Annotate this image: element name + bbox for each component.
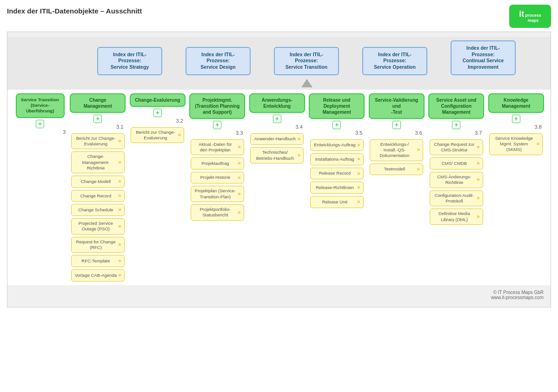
- proc-col-31: Change Management + 3.1 Bericht zur Chan…: [68, 93, 128, 281]
- diagram-area: Index der ITIL-Prozesse:Service Strategy…: [7, 32, 551, 307]
- proc-number-38: 3.8: [534, 124, 541, 130]
- list-item[interactable]: Projektauftrag»: [191, 157, 244, 170]
- page-title: Index der ITIL-Datenobjekte – Ausschnitt: [7, 7, 142, 15]
- items-34: Anwender-Handbuch» Technisches/Betriebs-…: [249, 133, 306, 163]
- plus-btn-37[interactable]: +: [452, 121, 460, 129]
- plus-btn-34[interactable]: +: [273, 115, 281, 123]
- list-item[interactable]: Projektportfolio-Statusbericht»: [191, 204, 244, 221]
- footer-line2: www.it-processmaps.com: [491, 295, 544, 300]
- list-item[interactable]: RFC-Template»: [71, 255, 125, 267]
- list-item[interactable]: Change Record»: [71, 190, 125, 202]
- green-box-33[interactable]: Projektmgmt.(Transition Planningand Supp…: [189, 93, 245, 119]
- list-item[interactable]: Change-Modell»: [71, 176, 125, 188]
- blue-box-sd: Index der ITIL-Prozesse:Service Design: [186, 47, 251, 75]
- list-item[interactable]: Request for Change(RFC)»: [71, 237, 125, 253]
- header-row: Index der ITIL-Prozesse:Service Strategy…: [12, 40, 546, 75]
- green-box-36[interactable]: Service-Validierung und-Test: [369, 93, 425, 119]
- blue-box-ss: Index der ITIL-Prozesse:Service Strategy: [97, 47, 162, 75]
- header-col-sd: Index der ITIL-Prozesse:Service Design: [174, 47, 262, 75]
- list-item[interactable]: Bericht zur Change-Evaluierung»: [71, 133, 125, 150]
- proc-number-36: 3.6: [415, 130, 422, 136]
- green-box-35[interactable]: Release undDeploymentManagement: [309, 93, 365, 119]
- list-item[interactable]: Testmodell»: [370, 163, 423, 176]
- proc-col-32: Change-Evaluierung + 3.2 Bericht zur Cha…: [128, 93, 188, 281]
- green-box-37[interactable]: Service Asset undConfigurationManagement: [428, 93, 484, 119]
- list-item[interactable]: Service KnowledgeMgmt. System(SKMS)»: [489, 133, 543, 155]
- proc-number-31: 3.1: [116, 124, 123, 130]
- proc-col-36: Service-Validierung und-Test + 3.6 Entwi…: [367, 93, 427, 281]
- list-item[interactable]: Installations-Auftrag»: [310, 153, 364, 165]
- list-item[interactable]: Configuration-Audit-Protokoll»: [430, 190, 483, 207]
- list-item[interactable]: Release Record»: [310, 168, 364, 180]
- list-item[interactable]: Vorlage CAB-Agenda»: [71, 269, 125, 281]
- proc-number-34: 3.4: [295, 124, 302, 130]
- list-item[interactable]: Release-Richtlinien»: [310, 182, 364, 194]
- header-col-so: Index der ITIL-Prozesse:Service Operatio…: [351, 47, 439, 75]
- header-col-ss: Index der ITIL-Prozesse:Service Strategy: [86, 47, 174, 75]
- green-box-34[interactable]: Anwendungs-Entwicklung: [249, 93, 305, 113]
- blue-box-st: Index der ITIL-Prozesse:Service Transiti…: [274, 47, 339, 75]
- proc-col-34: Anwendungs-Entwicklung + 3.4 Anwender-Ha…: [247, 93, 307, 281]
- proc-col-33: Projektmgmt.(Transition Planningand Supp…: [187, 93, 247, 281]
- blue-box-csi: Index der ITIL-Prozesse:Continual Servic…: [451, 40, 516, 75]
- list-item[interactable]: Projekt-Historie»: [191, 172, 244, 184]
- header-col-csi: Index der ITIL-Prozesse:Continual Servic…: [439, 40, 527, 75]
- list-item[interactable]: Entwicklungs-Auftrag»: [310, 139, 364, 151]
- plus-btn-33[interactable]: +: [213, 121, 221, 129]
- footer: © IT Process Maps GbR www.it-processmaps…: [7, 285, 551, 302]
- sidebar-process-col: Service Transition(Service-Überführung) …: [12, 93, 68, 281]
- plus-btn-35[interactable]: +: [332, 121, 341, 129]
- proc-col-37: Service Asset undConfigurationManagement…: [426, 93, 486, 281]
- list-item[interactable]: Bericht zur Change-Evaluierung»: [131, 127, 184, 144]
- items-35: Entwicklungs-Auftrag» Installations-Auft…: [309, 139, 365, 208]
- plus-btn-31[interactable]: +: [93, 115, 102, 123]
- proc-col-35: Release undDeploymentManagement + 3.5 En…: [307, 93, 367, 281]
- items-37: Change Request zurCMS-Struktur» CMS/ CMD…: [428, 139, 485, 225]
- list-item[interactable]: Technisches/Betriebs-Handbuch»: [250, 147, 304, 163]
- list-item[interactable]: Anwender-Handbuch»: [250, 133, 304, 145]
- green-box-32[interactable]: Change-Evaluierung: [130, 93, 186, 107]
- list-item[interactable]: CMS/ CMDB»: [430, 157, 483, 170]
- sidebar-number: 3: [63, 129, 66, 135]
- green-box-31[interactable]: Change Management: [70, 93, 126, 113]
- items-31: Bericht zur Change-Evaluierung» Change-M…: [70, 133, 126, 281]
- sidebar-process-box[interactable]: Service Transition(Service-Überführung): [16, 93, 65, 118]
- triangle-row: [40, 79, 558, 87]
- header-col-st: Index der ITIL-Prozesse:Service Transiti…: [262, 47, 351, 75]
- header-area: Index der ITIL-Prozesse:Service Strategy…: [7, 37, 551, 90]
- footer-line1: © IT Process Maps GbR: [493, 290, 544, 295]
- list-item[interactable]: Change Request zurCMS-Struktur»: [430, 139, 483, 156]
- page: Index der ITIL-Datenobjekte – Ausschnitt…: [0, 0, 558, 392]
- logo-lines: processmaps: [525, 13, 541, 23]
- proc-number-33: 3.3: [236, 130, 243, 136]
- proc-col-38: KnowledgeManagement + 3.8 Service Knowle…: [486, 93, 546, 281]
- triangle-icon: [301, 79, 312, 87]
- plus-btn-36[interactable]: +: [392, 121, 401, 129]
- top-bar: Index der ITIL-Datenobjekte – Ausschnitt…: [7, 5, 551, 28]
- proc-number-32: 3.2: [176, 118, 183, 124]
- plus-btn-38[interactable]: +: [512, 115, 520, 123]
- sidebar-plus-btn[interactable]: +: [36, 120, 44, 128]
- list-item[interactable]: Release Unit»: [310, 196, 364, 208]
- process-columns: Change Management + 3.1 Bericht zur Chan…: [68, 93, 546, 281]
- list-item[interactable]: Definitive MediaLibrary (DML)»: [430, 209, 483, 225]
- list-item[interactable]: Change-Management-Richtlinie»: [71, 151, 125, 173]
- proc-number-37: 3.7: [475, 130, 482, 136]
- content-area: Service Transition(Service-Überführung) …: [10, 93, 548, 281]
- logo: it processmaps: [509, 5, 551, 28]
- list-item[interactable]: Change Schedule»: [71, 204, 125, 216]
- list-item[interactable]: CMS-Änderungs-Richtlinie»: [430, 172, 483, 188]
- list-item[interactable]: Projected ServiceOutage (PSO)»: [71, 218, 125, 235]
- blue-box-so: Index der ITIL-Prozesse:Service Operatio…: [362, 47, 427, 75]
- items-36: Entwicklungs-/Install.-QS-Dokumentation»…: [369, 139, 425, 176]
- green-box-38[interactable]: KnowledgeManagement: [488, 93, 544, 113]
- content-bg: Service Transition(Service-Überführung) …: [7, 90, 551, 285]
- plus-btn-32[interactable]: +: [153, 109, 162, 117]
- proc-number-35: 3.5: [355, 130, 362, 136]
- list-item[interactable]: Aktual.-Daten fürden Projektplan»: [191, 139, 244, 156]
- list-item[interactable]: Entwicklungs-/Install.-QS-Dokumentation»: [370, 139, 423, 161]
- items-33: Aktual.-Daten fürden Projektplan» Projek…: [189, 139, 246, 221]
- logo-it: it: [519, 10, 524, 18]
- list-item[interactable]: Projektplan (Service-Transition-Plan)»: [191, 186, 244, 202]
- items-38: Service KnowledgeMgmt. System(SKMS)»: [488, 133, 545, 155]
